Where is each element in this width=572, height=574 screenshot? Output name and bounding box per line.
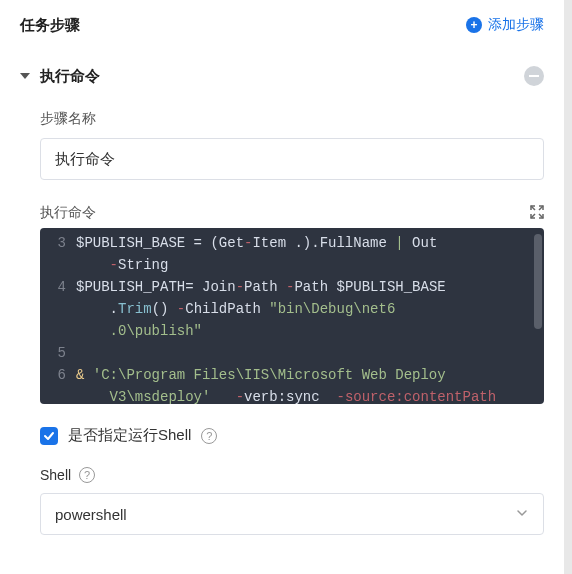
add-step-label: 添加步骤	[488, 16, 544, 34]
plus-icon: +	[466, 17, 482, 33]
collapse-button[interactable]	[524, 66, 544, 86]
code-label: 执行命令	[40, 204, 96, 222]
step-title: 执行命令	[40, 67, 100, 86]
scrollbar[interactable]	[534, 234, 542, 329]
caret-down-icon[interactable]	[20, 73, 30, 79]
chevron-down-icon	[515, 506, 529, 523]
shell-label: Shell	[40, 467, 71, 483]
help-icon[interactable]: ?	[201, 428, 217, 444]
add-step-button[interactable]: + 添加步骤	[466, 16, 544, 34]
help-icon[interactable]: ?	[79, 467, 95, 483]
shell-select[interactable]: powershell	[40, 493, 544, 535]
task-steps-header: 任务步骤 + 添加步骤	[20, 10, 544, 40]
line-number: 3	[40, 232, 76, 254]
shell-value: powershell	[55, 506, 127, 523]
expand-icon[interactable]	[530, 205, 544, 222]
minus-icon	[529, 75, 539, 77]
step-header: 执行命令	[20, 66, 544, 86]
code-editor[interactable]: 3 $PUBLISH_BASE = (Get-Item .).FullName …	[40, 228, 544, 404]
line-number: 4	[40, 276, 76, 298]
specify-shell-checkbox[interactable]	[40, 427, 58, 445]
check-icon	[43, 430, 55, 442]
line-number: 6	[40, 364, 76, 386]
task-steps-title: 任务步骤	[20, 16, 80, 35]
step-name-input[interactable]	[40, 138, 544, 180]
specify-shell-label: 是否指定运行Shell	[68, 426, 191, 445]
step-name-label: 步骤名称	[40, 110, 544, 128]
line-number: 5	[40, 342, 76, 364]
